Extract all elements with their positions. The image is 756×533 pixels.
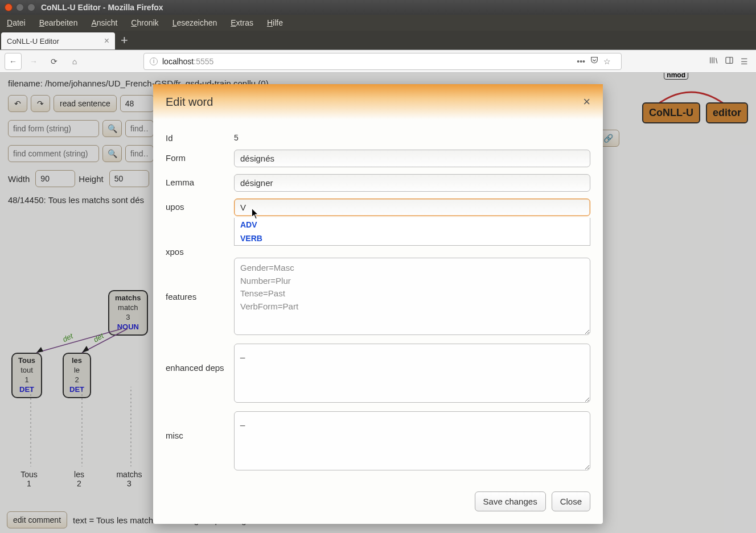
library-icon[interactable] (709, 56, 718, 67)
svg-rect-0 (726, 57, 733, 64)
window-close-button[interactable] (5, 3, 13, 11)
tab-conllu-editor[interactable]: CoNLL-U Editor × (1, 32, 115, 49)
textarea-enhanced[interactable] (234, 344, 590, 403)
window-minimize-button[interactable] (16, 3, 24, 11)
tab-title: CoNLL-U Editor (7, 37, 59, 46)
sidebar-toggle-icon[interactable] (725, 56, 734, 67)
value-id: 5 (234, 130, 590, 142)
new-tab-button[interactable]: + (121, 33, 128, 48)
menubar: Datei Bearbeiten Ansicht Chronik Lesezei… (0, 15, 756, 31)
label-enhanced: enhanced deps (166, 344, 234, 373)
input-upos[interactable] (234, 199, 590, 216)
tab-strip: CoNLL-U Editor × + (0, 31, 756, 50)
window-maximize-button[interactable] (27, 3, 35, 11)
site-info-icon[interactable]: i (150, 57, 158, 65)
menu-extras[interactable]: Extras (231, 18, 253, 27)
menu-bearbeiten[interactable]: Bearbeiten (39, 18, 78, 27)
input-lemma[interactable] (234, 174, 590, 192)
menu-chronik[interactable]: Chronik (131, 18, 158, 27)
page-action-dots-icon[interactable]: ••• (577, 57, 585, 66)
ac-item-verb[interactable]: VERB (235, 232, 590, 245)
page-content: filename: /home/johannes/UD_French-GSD/f… (0, 73, 756, 533)
input-form[interactable] (234, 150, 590, 167)
textarea-misc[interactable] (234, 411, 590, 470)
modal-close-icon[interactable]: × (583, 94, 590, 109)
label-form: Form (166, 150, 234, 163)
close-button[interactable]: Close (552, 491, 590, 511)
pocket-icon[interactable] (590, 56, 599, 67)
label-upos: upos (166, 199, 234, 212)
save-changes-button[interactable]: Save changes (475, 491, 546, 511)
nav-home-button[interactable]: ⌂ (66, 53, 83, 70)
url-host: localhost (162, 57, 194, 66)
nav-forward-button[interactable]: → (25, 53, 42, 70)
menu-ansicht[interactable]: Ansicht (91, 18, 117, 27)
url-bar[interactable]: i localhost:5555 ••• ☆ (143, 53, 622, 70)
textarea-features[interactable] (234, 258, 590, 335)
menu-datei[interactable]: Datei (7, 18, 26, 27)
browser-toolbar: ← → ⟳ ⌂ i localhost:5555 ••• ☆ ☰ (0, 50, 756, 73)
modal-header: Edit word × (153, 84, 603, 119)
upos-autocomplete-list: ADV VERB (234, 218, 590, 246)
window-titlebar: CoNLL-U Editor - Mozilla Firefox (0, 0, 756, 15)
label-lemma: Lemma (166, 174, 234, 187)
label-misc: misc (166, 411, 234, 440)
nav-reload-button[interactable]: ⟳ (46, 53, 63, 70)
window-title: CoNLL-U Editor - Mozilla Firefox (41, 3, 163, 12)
label-id: Id (166, 130, 234, 143)
tab-close-icon[interactable]: × (104, 36, 109, 46)
menu-lesezeichen[interactable]: Lesezeichen (172, 18, 217, 27)
nav-back-button[interactable]: ← (5, 53, 22, 70)
modal-title: Edit word (166, 96, 213, 109)
label-features: features (166, 263, 234, 301)
hamburger-menu-icon[interactable]: ☰ (741, 57, 748, 66)
edit-word-modal: Edit word × Id 5 Form Lemma upos A (153, 84, 603, 524)
label-xpos: xpos (166, 243, 234, 257)
bookmark-star-icon[interactable]: ☆ (603, 57, 611, 66)
menu-hilfe[interactable]: Hilfe (267, 18, 283, 27)
url-port: :5555 (194, 57, 213, 66)
ac-item-adv[interactable]: ADV (235, 218, 590, 232)
